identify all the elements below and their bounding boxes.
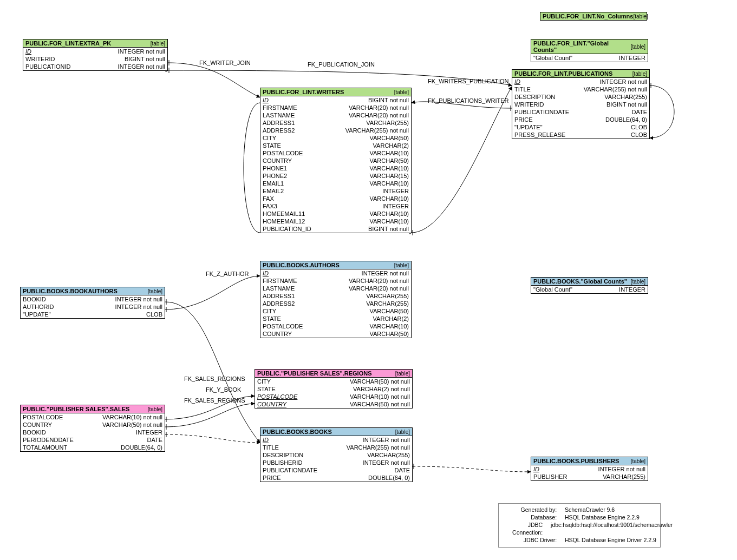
column-name: POSTALCODE bbox=[263, 322, 303, 330]
column-name: HOMEEMAIL12 bbox=[263, 218, 305, 225]
table-tag: [table] bbox=[632, 71, 647, 77]
column-name: ADDRESS2 bbox=[263, 127, 295, 134]
column-name: CITY bbox=[257, 378, 271, 385]
column-type: VARCHAR(2) not null bbox=[353, 385, 410, 393]
column-name: FIRSTNAME bbox=[263, 104, 297, 111]
column-type: DOUBLE(64, 0) bbox=[368, 474, 410, 482]
column-row: LASTNAMEVARCHAR(20) not null bbox=[260, 285, 411, 292]
column-row: DESCRIPTIONVARCHAR(255) bbox=[512, 93, 649, 101]
table-title: PUBLIC.FOR_LINT.PUBLICATIONS bbox=[514, 70, 612, 77]
column-row: "UPDATE"CLOB bbox=[512, 123, 649, 131]
table-title: PUBLIC.BOOKS."Global Counts" bbox=[533, 278, 627, 285]
column-name: STATE bbox=[263, 142, 281, 149]
column-row: IDBIGINT not null bbox=[260, 96, 411, 104]
column-name: POSTALCODE bbox=[263, 149, 303, 157]
column-type: VARCHAR(10) bbox=[369, 322, 409, 330]
column-row: "UPDATE"CLOB bbox=[21, 311, 165, 318]
column-name: DESCRIPTION bbox=[514, 93, 555, 101]
column-name: "UPDATE" bbox=[514, 123, 543, 131]
table-writers: PUBLIC.FOR_LINT.WRITERS [table] IDBIGINT… bbox=[260, 88, 412, 233]
column-type: INTEGER not null bbox=[363, 436, 410, 444]
column-name: COUNTRY bbox=[23, 421, 52, 429]
column-type: CLOB bbox=[631, 123, 647, 131]
column-name: PUBLISHER bbox=[533, 473, 567, 480]
column-name: CITY bbox=[263, 134, 276, 142]
column-type: BIGINT not null bbox=[125, 55, 165, 63]
column-row: ADDRESS2VARCHAR(255) not null bbox=[260, 127, 411, 134]
column-type: VARCHAR(255) not null bbox=[584, 85, 647, 93]
column-type: VARCHAR(10) bbox=[369, 149, 409, 157]
column-row: "Global Count"INTEGER bbox=[531, 54, 648, 62]
table-title: PUBLIC.FOR_LINT."Global Counts" bbox=[533, 40, 631, 53]
column-row: PERIODENDDATEDATE bbox=[21, 436, 165, 444]
column-name: TITLE bbox=[263, 444, 279, 451]
column-type: DATE bbox=[631, 108, 647, 116]
column-type: VARCHAR(255) not null bbox=[345, 127, 409, 134]
table-title: PUBLIC."PUBLISHER SALES".SALES bbox=[23, 406, 129, 412]
column-type: DATE bbox=[147, 436, 162, 444]
column-name: FAX bbox=[263, 195, 274, 202]
table-title: PUBLIC.BOOKS.PUBLISHERS bbox=[533, 458, 619, 464]
columns: "Global Count"INTEGER bbox=[531, 286, 648, 293]
column-name: COUNTRY bbox=[263, 330, 292, 338]
edge-label-fk-sales-regions: FK_SALES_REGIONS bbox=[184, 375, 245, 382]
edge-label-fk-publication-join: FK_PUBLICATION_JOIN bbox=[308, 61, 375, 68]
column-row: STATEVARCHAR(2) bbox=[260, 315, 411, 322]
column-name: TOTALAMOUNT bbox=[23, 444, 67, 451]
column-name: PUBLICATIONDATE bbox=[514, 108, 569, 116]
column-type: INTEGER bbox=[382, 202, 409, 210]
column-name: STATE bbox=[257, 385, 276, 393]
table-tag: [table] bbox=[395, 429, 410, 435]
column-name: HOMEEMAIL11 bbox=[263, 210, 305, 218]
column-name: PUBLISHERID bbox=[263, 459, 302, 466]
column-type: INTEGER not null bbox=[118, 63, 165, 70]
table-books-global-counts: PUBLIC.BOOKS."Global Counts" [table] "Gl… bbox=[531, 277, 648, 294]
table-tag: [table] bbox=[395, 371, 410, 377]
column-name: PRICE bbox=[263, 474, 281, 482]
column-type: VARCHAR(255) bbox=[366, 292, 409, 300]
column-type: VARCHAR(20) not null bbox=[349, 277, 409, 285]
column-name: WRITERID bbox=[25, 55, 55, 63]
column-type: VARCHAR(255) bbox=[604, 93, 647, 101]
column-row: CITYVARCHAR(50) bbox=[260, 134, 411, 142]
column-row: TITLEVARCHAR(255) not null bbox=[512, 85, 649, 93]
column-name: PHONE2 bbox=[263, 172, 287, 180]
column-row: PRICEDOUBLE(64, 0) bbox=[512, 116, 649, 123]
column-row: TOTALAMOUNTDOUBLE(64, 0) bbox=[21, 444, 165, 451]
column-type: VARCHAR(255) bbox=[603, 473, 645, 480]
column-name: ID bbox=[514, 78, 520, 85]
table-title: PUBLIC.BOOKS.AUTHORS bbox=[263, 262, 340, 268]
column-row: BOOKIDINTEGER not null bbox=[21, 295, 165, 303]
column-row: WRITERIDBIGINT not null bbox=[512, 101, 649, 108]
column-type: INTEGER not null bbox=[115, 303, 162, 311]
table-tag: [table] bbox=[148, 406, 162, 412]
column-type: BIGINT not null bbox=[368, 225, 409, 233]
column-type: INTEGER not null bbox=[115, 295, 162, 303]
column-row: POSTALCODEVARCHAR(10) bbox=[260, 149, 411, 157]
column-row: COUNTRYVARCHAR(50) bbox=[260, 330, 411, 338]
column-name: AUTHORID bbox=[23, 303, 54, 311]
table-title: PUBLIC.BOOKS.BOOKAUTHORS bbox=[23, 288, 118, 294]
column-row: COUNTRYVARCHAR(50) not null bbox=[255, 400, 412, 408]
column-type: DOUBLE(64, 0) bbox=[121, 444, 162, 451]
column-name: COUNTRY bbox=[257, 400, 286, 408]
column-type: DOUBLE(64, 0) bbox=[605, 116, 647, 123]
column-name: LASTNAME bbox=[263, 111, 295, 119]
column-row: POSTALCODEVARCHAR(10) bbox=[260, 322, 411, 330]
column-type: VARCHAR(15) bbox=[369, 172, 409, 180]
table-no-columns: PUBLIC.FOR_LINT.No_Columns [table] bbox=[540, 12, 647, 21]
column-type: CLOB bbox=[631, 131, 647, 139]
columns: IDINTEGER not nullFIRSTNAMEVARCHAR(20) n… bbox=[260, 269, 411, 338]
edge-label-fk-writers-publication: FK_WRITERS_PUBLICATION bbox=[428, 78, 509, 84]
table-tag: [table] bbox=[151, 41, 165, 47]
edge-label-fk-writer-join: FK_WRITER_JOIN bbox=[199, 60, 251, 66]
column-row: PHONE2VARCHAR(15) bbox=[260, 172, 411, 180]
column-type: VARCHAR(255) bbox=[366, 300, 409, 307]
column-type: CLOB bbox=[146, 311, 162, 318]
edge-label-fk-publications-writer: FK_PUBLICATIONS_WRITER bbox=[428, 97, 509, 104]
column-name: TITLE bbox=[514, 85, 531, 93]
column-row: IDINTEGER not null bbox=[512, 78, 649, 85]
column-type: INTEGER bbox=[619, 54, 645, 62]
column-type: VARCHAR(2) bbox=[373, 142, 409, 149]
column-type: VARCHAR(10) bbox=[369, 210, 409, 218]
